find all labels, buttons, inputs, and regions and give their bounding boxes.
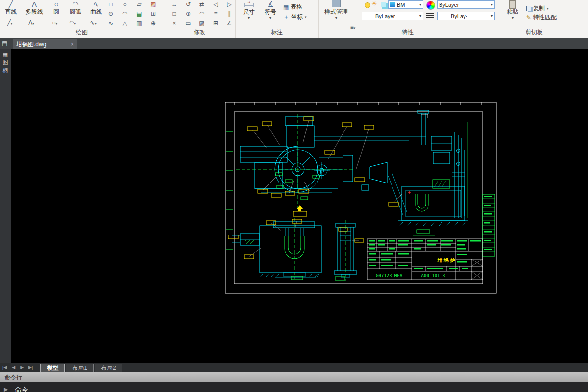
move-tool-icon[interactable]: ↔	[169, 0, 180, 9]
explode-tool-icon[interactable]: ▭	[182, 19, 194, 27]
line-button[interactable]: ╱ 直线	[1, 0, 21, 16]
circle-flyout[interactable]: ○▾	[49, 19, 61, 27]
linetype-value: ByLayer	[375, 13, 395, 19]
hatch-edit-tool-icon[interactable]: ▨	[196, 19, 208, 27]
line-label: 直线	[1, 8, 21, 16]
linetype-combo[interactable]: ByLayer ▾	[362, 12, 423, 20]
polyline-button[interactable]: Λ 多段线	[22, 0, 47, 16]
properties-panel-label: 特性	[318, 28, 497, 37]
tab-overview-icon[interactable]: ▤	[2, 40, 7, 47]
color-combo[interactable]: ByLayer ▾	[437, 0, 495, 9]
fillet-tool-icon[interactable]: ◠	[196, 10, 208, 18]
match-properties-icon: ✎	[526, 14, 531, 21]
document-tab-bar: ▤ 坩锅图.dwg ×	[0, 38, 588, 50]
coordinate-icon: ＋	[283, 13, 289, 21]
paste-label: 粘贴	[502, 8, 523, 16]
palette-icon[interactable]: ▦	[0, 49, 11, 58]
command-input-area[interactable]: ▶ 命令	[0, 382, 588, 392]
first-tab-icon[interactable]: |◀	[0, 363, 9, 372]
revcloud-tool-icon[interactable]: ∿	[105, 19, 117, 27]
donut-tool-icon[interactable]: ○	[119, 0, 131, 9]
point-tool-icon[interactable]: ⊙	[105, 10, 117, 18]
match-properties-button[interactable]: ✎ 特性匹配	[526, 13, 557, 22]
strip-item-bing[interactable]: 柄	[0, 66, 11, 74]
symbol-button[interactable]: ∡ 符号 ▾	[261, 0, 280, 20]
layer-states-icon[interactable]	[381, 2, 386, 7]
layer-combo[interactable]: BM ▾	[388, 0, 423, 9]
ribbon-panel-modify: ↔ ↺ ⇄ ◁ ▷ □ ⊕ ◠ ≡ ∥ × ▭ ▨ ⊞ ∠ 修改	[164, 0, 236, 38]
coordinate-button[interactable]: ＋ 坐标 ▾	[283, 13, 307, 21]
style-manager-label: 样式管理	[321, 8, 351, 16]
gradient-tool-icon[interactable]: ▤	[133, 10, 145, 18]
spline-icon: ∿	[86, 0, 106, 8]
hatch-tool-icon[interactable]: ▨	[147, 0, 159, 9]
trim-tool-icon[interactable]: ≡	[210, 10, 221, 18]
paste-button[interactable]: 粘贴 ▾	[502, 0, 523, 20]
polyline-icon: Λ	[22, 0, 47, 8]
layout-tab-bar: |◀ ◀ ▶ ▶| 模型 布局1 布局2	[0, 363, 588, 372]
fan-view	[236, 114, 426, 210]
erase-tool-icon[interactable]: ×	[169, 19, 180, 27]
stretch-tool-icon[interactable]: ⊕	[182, 10, 194, 18]
lineweight-icon[interactable]	[426, 12, 434, 19]
document-tab-title: 坩锅图.dwg	[16, 40, 46, 49]
paste-icon	[509, 0, 516, 9]
polyline-flyout[interactable]: Λ▾	[25, 19, 37, 27]
spline-flyout[interactable]: ∿▾	[87, 19, 99, 27]
tab-model[interactable]: 模型	[40, 364, 65, 372]
extend-tool-icon[interactable]: ∥	[223, 10, 235, 18]
offset-tool-icon[interactable]: ◁	[210, 0, 221, 9]
draw-panel-label: 绘图	[0, 28, 164, 37]
arc-icon: ◠	[66, 0, 85, 8]
ribbon-panel-properties: 样式管理 ▾ ≡▾ ☀ BM ▾ ByLayer ▾ ByLayer ▾ ByL…	[318, 0, 497, 38]
array-tool-icon[interactable]: ▷	[223, 0, 235, 9]
mirror-tool-icon[interactable]: ⇄	[196, 0, 208, 9]
document-tab-active[interactable]: 坩锅图.dwg ×	[13, 39, 77, 49]
tab-layout2[interactable]: 布局2	[95, 364, 122, 372]
dimension-icon: .1	[238, 0, 260, 8]
join-tool-icon[interactable]: ⊞	[210, 19, 221, 27]
divide-tool-icon[interactable]: ⊕	[147, 19, 159, 27]
circle-label: 圆	[48, 8, 65, 16]
boiler-view	[388, 110, 468, 236]
cad-canvas[interactable]: 坩埚炉 G07123-MFA A00-101-3	[11, 49, 588, 363]
color-wheel-icon[interactable]	[426, 1, 435, 10]
layer-thaw-icon[interactable]: ☀	[371, 0, 377, 7]
arc-flyout[interactable]: ◠▾	[67, 19, 78, 27]
copy-button[interactable]: 复制 ▾	[526, 4, 549, 13]
document-tab-close-icon[interactable]: ×	[71, 41, 74, 48]
scale-tool-icon[interactable]: □	[169, 10, 180, 18]
arc-button[interactable]: ◠ 圆弧	[66, 0, 85, 16]
boundary-tool-icon[interactable]: ▥	[133, 19, 145, 27]
rotate-tool-icon[interactable]: ↺	[182, 0, 194, 9]
polyline-label: 多段线	[22, 8, 47, 16]
wipeout-tool-icon[interactable]: △	[119, 19, 131, 27]
command-panel-header[interactable]: 命令行	[0, 372, 588, 382]
chamfer-tool-icon[interactable]: ∠	[223, 19, 235, 27]
circle-button[interactable]: ○ 圆	[48, 0, 65, 16]
lineweight-combo[interactable]: ByLay· ▾	[437, 12, 495, 20]
last-tab-icon[interactable]: ▶|	[26, 363, 35, 372]
region-tool-icon[interactable]: ⊞	[147, 10, 159, 18]
table-button[interactable]: ▦ 表格	[283, 3, 302, 11]
ribbon-panel-clipboard: 粘贴 ▾ 复制 ▾ ✎ 特性匹配 剪切板	[497, 0, 571, 38]
prev-tab-icon[interactable]: ◀	[9, 363, 18, 372]
symbol-icon: ∡	[261, 0, 280, 8]
spline-button[interactable]: ∿ 曲线	[86, 0, 106, 16]
style-manager-button[interactable]: 样式管理 ▾	[321, 0, 351, 20]
strip-item-tu[interactable]: 图	[0, 58, 11, 66]
circle-icon: ○	[48, 0, 65, 8]
arc-label: 圆弧	[66, 8, 85, 16]
rectangle-tool-icon[interactable]: □	[105, 0, 117, 9]
polygon-tool-icon[interactable]: ▱	[133, 0, 145, 9]
line-flyout[interactable]: ╱▾	[4, 19, 16, 27]
tab-layout1[interactable]: 布局1	[66, 364, 94, 372]
ribbon-panel-draw: ╱ 直线 Λ 多段线 ○ 圆 ◠ 圆弧 ∿ 曲线 ╱▾ Λ▾ ○▾ ◠▾ ∿▾ …	[0, 0, 164, 38]
lineweight-value: ByLay·	[451, 13, 467, 19]
ellipse-arc-tool-icon[interactable]: ◠	[119, 10, 131, 18]
layer-on-icon[interactable]	[365, 2, 370, 8]
next-tab-icon[interactable]: ▶	[18, 363, 26, 372]
clipboard-panel-label: 剪切板	[497, 28, 571, 37]
layer-color-swatch	[390, 2, 395, 7]
dimension-button[interactable]: .1 尺寸 ▾	[238, 0, 260, 20]
